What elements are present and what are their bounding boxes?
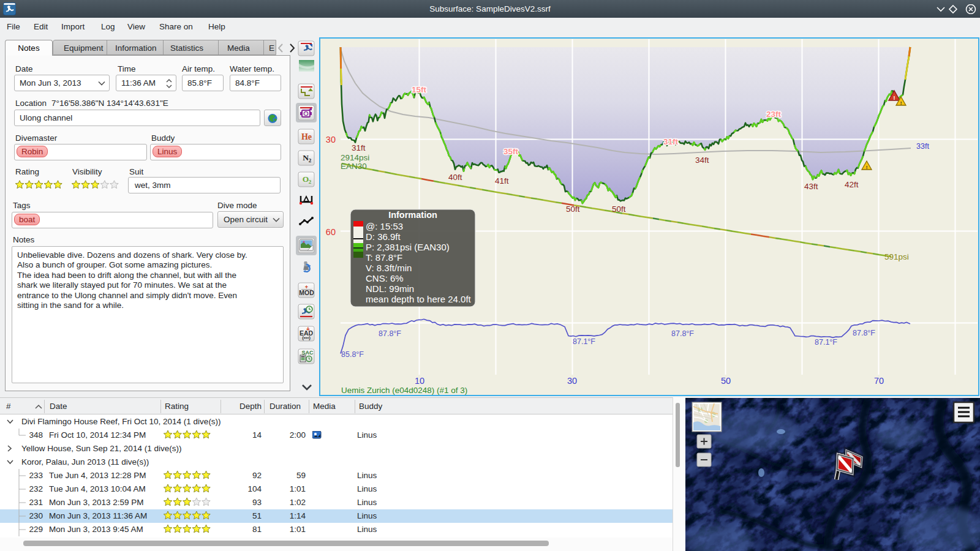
svg-text:41ft: 41ft — [495, 176, 509, 186]
svg-text:34ft: 34ft — [695, 156, 709, 165]
svg-text:!: ! — [900, 100, 902, 106]
svg-text:He: He — [301, 132, 312, 141]
svg-text:42ft: 42ft — [845, 180, 859, 189]
svg-text:V: 8.3ft/min: V: 8.3ft/min — [366, 263, 412, 273]
svg-text:NDL: 99min: NDL: 99min — [366, 283, 414, 294]
svg-text:EAN30: EAN30 — [341, 162, 367, 171]
svg-text:33ft: 33ft — [916, 142, 929, 151]
svg-text:87.8°F: 87.8°F — [853, 329, 875, 337]
svg-text:87.8°F: 87.8°F — [379, 329, 401, 338]
svg-text:40ft: 40ft — [448, 173, 462, 182]
svg-text:Information: Information — [388, 210, 437, 220]
svg-text:2914psi: 2914psi — [341, 153, 369, 162]
svg-text:P: 2,381psi (EAN30): P: 2,381psi (EAN30) — [366, 242, 450, 252]
svg-text:10: 10 — [415, 376, 424, 386]
svg-text:(•••): (•••) — [302, 335, 311, 340]
svg-text:43ft: 43ft — [804, 182, 818, 191]
svg-text:85.8°F: 85.8°F — [341, 350, 364, 359]
svg-text:2: 2 — [309, 157, 312, 163]
svg-text:31ft: 31ft — [663, 137, 679, 146]
svg-text:87.1°F: 87.1°F — [573, 337, 595, 346]
svg-text:N: N — [303, 153, 309, 162]
svg-text:!: ! — [866, 165, 868, 170]
svg-text:60: 60 — [326, 227, 336, 237]
svg-text:30: 30 — [567, 376, 577, 386]
svg-text:O: O — [303, 174, 309, 184]
svg-text:T: 87.8°F: T: 87.8°F — [366, 252, 402, 263]
svg-text:87.1°F: 87.1°F — [815, 338, 837, 347]
svg-text:31ft: 31ft — [352, 143, 366, 152]
svg-text:15ft: 15ft — [412, 85, 427, 94]
svg-text:50ft: 50ft — [566, 204, 580, 214]
svg-text:@: 15:53: @: 15:53 — [366, 221, 403, 231]
svg-text:50ft: 50ft — [612, 204, 626, 214]
svg-text:CNS: 6%: CNS: 6% — [366, 273, 404, 283]
svg-text:MOD: MOD — [299, 289, 314, 296]
svg-text:70: 70 — [874, 376, 884, 386]
svg-text:mean depth to here 24.0ft: mean depth to here 24.0ft — [366, 294, 472, 304]
svg-text:23ft: 23ft — [766, 110, 782, 119]
svg-text:!: ! — [894, 95, 895, 101]
svg-text:591psi: 591psi — [884, 252, 909, 261]
svg-text:87.8°F: 87.8°F — [671, 329, 694, 338]
svg-text:50: 50 — [721, 376, 731, 386]
svg-text:35ft: 35ft — [503, 147, 519, 156]
svg-text:D: 36.9ft: D: 36.9ft — [366, 231, 401, 242]
svg-text:30: 30 — [326, 135, 336, 144]
svg-text:2: 2 — [309, 179, 312, 185]
svg-text:Uemis Zurich (e04d0248) (#1 of: Uemis Zurich (e04d0248) (#1 of 3) — [341, 386, 467, 395]
